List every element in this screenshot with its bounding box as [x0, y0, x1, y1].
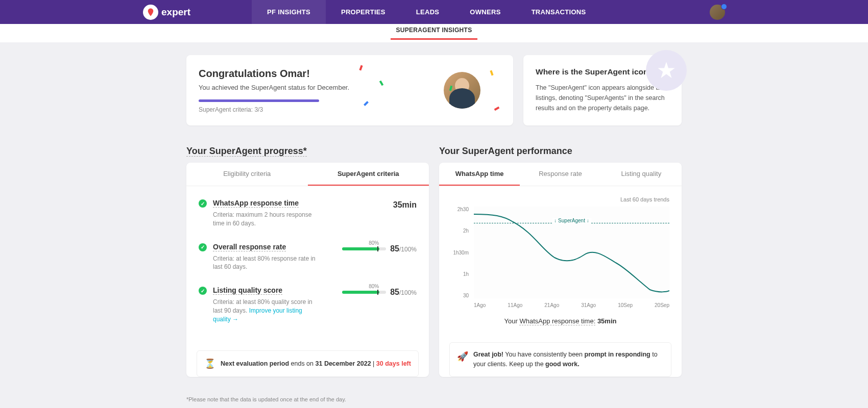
- subheader: SUPERAGENT INSIGHTS: [0, 24, 868, 42]
- check-icon: [199, 287, 207, 295]
- nav-owners[interactable]: OWNERS: [454, 0, 516, 24]
- logo-icon: [143, 5, 158, 20]
- info-body: The "SuperAgent" icon appears alongside …: [536, 83, 669, 113]
- criteria-desc: Criteria: maximum 2 hours response time …: [213, 211, 320, 228]
- check-icon: [199, 199, 207, 208]
- info-card: Where is the SuperAgent icon? The "Super…: [523, 55, 682, 125]
- footnote: *Please note that the data is updated on…: [186, 396, 682, 402]
- feedback-message: 🚀 Great job! You have consistently been …: [449, 342, 671, 377]
- tab-eligibility[interactable]: Eligibility criteria: [186, 163, 308, 186]
- progress-section: Your SuperAgent progress* Eligibility cr…: [186, 146, 429, 387]
- logo-text: expert: [161, 7, 190, 18]
- criteria-name: Listing quality score: [213, 286, 282, 295]
- performance-chart: 2h30 2h 1h30m 1h 30 ↓ SuperAgent ↓: [451, 207, 669, 298]
- main-nav: PF INSIGHTS PROPERTIES LEADS OWNERS TRAN…: [252, 0, 601, 24]
- criteria-listing-quality: Listing quality score Criteria: at least…: [199, 286, 417, 323]
- criteria-response-rate: Overall response rate Criteria: at least…: [199, 242, 417, 272]
- nav-properties[interactable]: PROPERTIES: [326, 0, 401, 24]
- congrats-title: Congratulations Omar!: [199, 68, 349, 80]
- avatar-badge-icon: [721, 4, 727, 10]
- congrats-subtitle: You achieved the SuperAgent status for D…: [199, 84, 349, 91]
- tab-whatsapp-time[interactable]: WhatsApp time: [439, 163, 520, 186]
- check-icon: [199, 243, 207, 251]
- rocket-icon: 🚀: [457, 350, 468, 369]
- progress-title: Your SuperAgent progress*: [186, 146, 429, 157]
- chart-legend: ↓ SuperAgent ↓: [552, 218, 591, 223]
- performance-title: Your SuperAgent performance: [439, 146, 682, 157]
- criteria-value: 35min: [393, 200, 417, 210]
- criteria-desc: Criteria: at least 80% response rate in …: [213, 254, 320, 272]
- nav-leads[interactable]: LEADS: [401, 0, 455, 24]
- criteria-whatsapp-time: WhatsApp response time Criteria: maximum…: [199, 198, 417, 228]
- criteria-value: 85: [390, 288, 399, 296]
- tab-listing-quality[interactable]: Listing quality: [601, 163, 682, 186]
- chart-note: Last 60 days trends: [451, 196, 669, 202]
- nav-pf-insights[interactable]: PF INSIGHTS: [252, 0, 326, 24]
- progress-tabs: Eligibility criteria SuperAgent criteria: [186, 163, 429, 186]
- tab-response-rate[interactable]: Response rate: [520, 163, 600, 186]
- chart-summary: Your WhatsApp response time: 35min: [451, 317, 669, 325]
- bar-threshold-label: 80%: [369, 284, 379, 289]
- chart-x-axis: 1Ago 11Ago 21Ago 31Ago 10Sep 20Sep: [474, 302, 669, 308]
- congrats-card: Congratulations Omar! You achieved the S…: [186, 55, 513, 125]
- criteria-progress-bar: [199, 99, 319, 102]
- star-badge-icon: [646, 50, 687, 91]
- main-header: expert PF INSIGHTS PROPERTIES LEADS OWNE…: [0, 0, 868, 24]
- performance-section: Your SuperAgent performance WhatsApp tim…: [439, 146, 682, 387]
- tab-superagent-insights[interactable]: SUPERAGENT INSIGHTS: [391, 27, 477, 40]
- nav-transactions[interactable]: TRANSACTIONS: [516, 0, 601, 24]
- user-avatar[interactable]: [710, 5, 725, 20]
- criteria-value: 85: [390, 244, 399, 253]
- criteria-count: SuperAgent criteria: 3/3: [199, 106, 349, 113]
- performance-tabs: WhatsApp time Response rate Listing qual…: [439, 163, 682, 186]
- criteria-desc: Criteria: at least 80% quality score in …: [213, 298, 320, 323]
- hourglass-icon: ⏳: [204, 358, 215, 369]
- brand-logo[interactable]: expert: [143, 5, 190, 20]
- criteria-name: WhatsApp response time: [213, 199, 299, 208]
- criteria-bar: [342, 291, 386, 294]
- criteria-name: Overall response rate: [213, 243, 286, 251]
- tab-superagent-criteria[interactable]: SuperAgent criteria: [308, 163, 429, 186]
- criteria-bar: [342, 247, 386, 250]
- evaluation-notice: ⏳ Next evaluation period ends on 31 Dece…: [197, 350, 419, 377]
- bar-threshold-label: 80%: [369, 240, 379, 246]
